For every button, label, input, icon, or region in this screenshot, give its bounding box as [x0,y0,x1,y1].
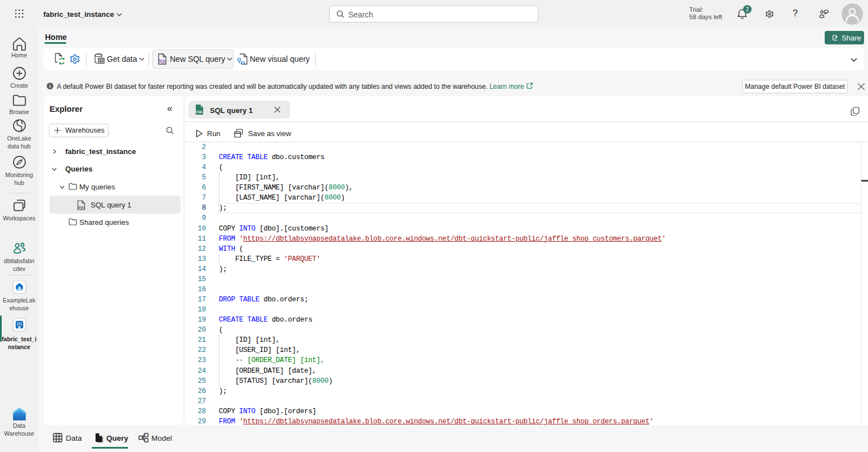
svg-text:SQL: SQL [159,59,166,64]
svg-text:SQL: SQL [196,110,203,114]
svg-text:SQL: SQL [78,206,85,209]
